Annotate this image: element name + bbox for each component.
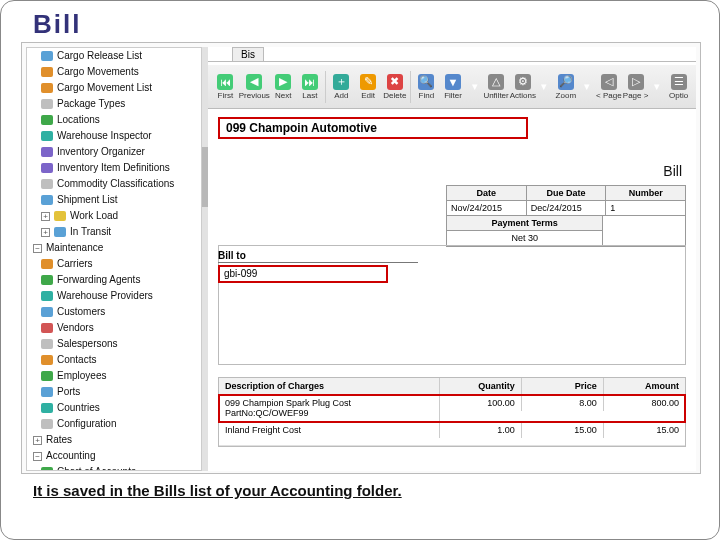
tree-item-label: Commodity Classifications	[57, 177, 174, 191]
tree-item[interactable]: Cargo Release List	[27, 48, 201, 64]
unfilter-button[interactable]: △Unfilter	[483, 66, 510, 108]
charge-row[interactable]: Inland Freight Cost1.0015.0015.00	[219, 422, 685, 446]
dd4-icon: ▾	[649, 78, 665, 94]
zoom-button[interactable]: 🔎Zoom	[552, 66, 579, 108]
col-description: Description of Charges	[219, 378, 440, 394]
actions-button[interactable]: ⚙Actions	[509, 66, 536, 108]
charge-qty: 1.00	[440, 422, 522, 438]
tree-item-label: Warehouse Inspector	[57, 129, 152, 143]
delete-button[interactable]: ✖Delete	[381, 66, 408, 108]
charge-row[interactable]: 099 Champion Spark Plug CostPartNo:QC/OW…	[219, 395, 685, 422]
tree-item[interactable]: Vendors	[27, 320, 201, 336]
bill-to-section: Bill to gbi-099	[218, 250, 418, 283]
tree-item[interactable]: Inventory Item Definitions	[27, 160, 201, 176]
nav-tree[interactable]: Cargo Release ListCargo MovementsCargo M…	[26, 47, 202, 471]
main-panel: Bis ⏮First◀Previous▶Next⏭Last＋Add✎Edit✖D…	[208, 47, 696, 471]
tree-item-label: Vendors	[57, 321, 94, 335]
tree-item[interactable]: Chart of Accounts	[27, 464, 201, 471]
tree-item[interactable]: Locations	[27, 112, 201, 128]
charge-amt: 15.00	[604, 422, 685, 438]
actions-icon: ⚙	[515, 74, 531, 90]
tree-item[interactable]: Configuration	[27, 416, 201, 432]
terms-value[interactable]: Net 30	[447, 231, 603, 246]
document-type: Bill	[663, 163, 682, 179]
tree-item[interactable]: Warehouse Inspector	[27, 128, 201, 144]
charges-table: Description of Charges Quantity Price Am…	[218, 377, 686, 447]
tab-bills[interactable]: Bis	[232, 47, 264, 61]
options-button[interactable]: ☰Optio	[665, 66, 692, 108]
tree-item[interactable]: Package Types	[27, 96, 201, 112]
folder-icon	[41, 323, 53, 333]
tree-item[interactable]: +In Transit	[27, 224, 201, 240]
first-icon: ⏮	[217, 74, 233, 90]
dd4-button[interactable]: ▾	[649, 66, 665, 108]
add-button[interactable]: ＋Add	[328, 66, 355, 108]
delete-icon: ✖	[387, 74, 403, 90]
tree-item[interactable]: Shipment List	[27, 192, 201, 208]
dd3-icon: ▾	[579, 78, 595, 94]
slide-title: Bill	[33, 9, 711, 40]
col-number: Number	[606, 186, 685, 201]
dd2-button[interactable]: ▾	[536, 66, 552, 108]
col-terms: Payment Terms	[447, 216, 603, 231]
number-value[interactable]: 1	[606, 201, 685, 216]
first-button[interactable]: ⏮First	[212, 66, 239, 108]
tree-item[interactable]: Countries	[27, 400, 201, 416]
tree-item[interactable]: Inventory Organizer	[27, 144, 201, 160]
edit-icon: ✎	[360, 74, 376, 90]
find-icon: 🔍	[418, 74, 434, 90]
dd3-button[interactable]: ▾	[579, 66, 595, 108]
tree-item-label: Configuration	[57, 417, 116, 431]
pagenext-button[interactable]: ▷Page >	[622, 66, 649, 108]
tree-item[interactable]: Ports	[27, 384, 201, 400]
tree-item[interactable]: Contacts	[27, 352, 201, 368]
charge-price: 15.00	[522, 422, 604, 438]
zoom-icon: 🔎	[558, 74, 574, 90]
toolbar-label: Find	[419, 91, 435, 100]
tree-item[interactable]: Commodity Classifications	[27, 176, 201, 192]
tree-item-label: Shipment List	[57, 193, 118, 207]
tree-item[interactable]: Warehouse Providers	[27, 288, 201, 304]
folder-icon	[41, 115, 53, 125]
charge-desc: 099 Champion Spark Plug CostPartNo:QC/OW…	[219, 395, 440, 421]
prev-icon: ◀	[246, 74, 262, 90]
tree-item[interactable]: Forwarding Agents	[27, 272, 201, 288]
tree-group-maintenance[interactable]: −Maintenance	[27, 240, 201, 256]
dd1-button[interactable]: ▾	[466, 66, 482, 108]
tree-item-label: Package Types	[57, 97, 125, 111]
app-window: Cargo Release ListCargo MovementsCargo M…	[21, 42, 701, 474]
next-button[interactable]: ▶Next	[270, 66, 297, 108]
tree-item-label: Inventory Organizer	[57, 145, 145, 159]
tree-item-label: Ports	[57, 385, 80, 399]
vendor-header: 099 Champoin Automotive	[218, 117, 528, 139]
tree-item[interactable]: Employees	[27, 368, 201, 384]
bill-to-value[interactable]: gbi-099	[218, 265, 388, 283]
folder-icon	[41, 99, 53, 109]
filter-button[interactable]: ▼Filter	[440, 66, 467, 108]
due-value[interactable]: Dec/24/2015	[527, 201, 607, 216]
tree-group-rates[interactable]: +Rates	[27, 432, 201, 448]
tree-item[interactable]: +Work Load	[27, 208, 201, 224]
tree-item[interactable]: Carriers	[27, 256, 201, 272]
folder-icon	[41, 259, 53, 269]
tree-item[interactable]: Customers	[27, 304, 201, 320]
toolbar-label: Add	[334, 91, 348, 100]
folder-icon	[41, 147, 53, 157]
last-button[interactable]: ⏭Last	[297, 66, 324, 108]
find-button[interactable]: 🔍Find	[413, 66, 440, 108]
date-value[interactable]: Nov/24/2015	[447, 201, 527, 216]
folder-icon	[41, 67, 53, 77]
folder-icon	[41, 467, 53, 471]
tree-item-label: Inventory Item Definitions	[57, 161, 170, 175]
folder-icon	[41, 403, 53, 413]
prev-button[interactable]: ◀Previous	[239, 66, 270, 108]
tree-item[interactable]: Salespersons	[27, 336, 201, 352]
pageprev-button[interactable]: ◁< Page	[596, 66, 623, 108]
toolbar-label: Previous	[239, 91, 270, 100]
tree-item[interactable]: Cargo Movements	[27, 64, 201, 80]
tree-group-accounting[interactable]: −Accounting	[27, 448, 201, 464]
tree-item-label: Cargo Movement List	[57, 81, 152, 95]
tree-item[interactable]: Cargo Movement List	[27, 80, 201, 96]
edit-button[interactable]: ✎Edit	[355, 66, 382, 108]
tree-item-label: Customers	[57, 305, 105, 319]
